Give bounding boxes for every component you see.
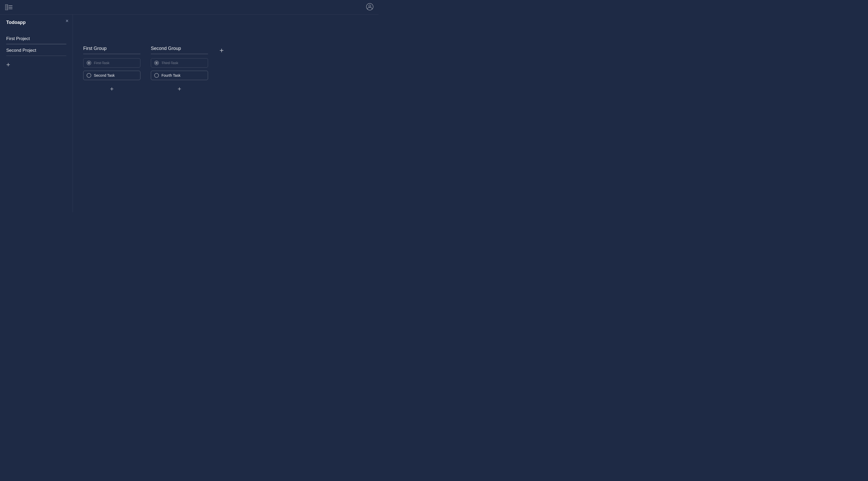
first-group-add-task-section: + xyxy=(83,85,141,93)
task-second-task-label: Second Task xyxy=(94,73,115,77)
header-left xyxy=(5,4,12,10)
svg-rect-3 xyxy=(8,8,12,9)
sidebar-add-project-section: + xyxy=(0,61,72,68)
task-first-task-checkbox[interactable] xyxy=(87,61,91,65)
sidebar-item-first-project[interactable]: First Project xyxy=(6,34,66,44)
group-second-group: Second Group Third Task Fourth Task + xyxy=(151,46,208,93)
task-fourth-task[interactable]: Fourth Task xyxy=(151,71,208,80)
header xyxy=(0,0,379,14)
add-task-first-group-button[interactable]: + xyxy=(109,85,115,93)
app-body: Todoapp × First Project Second Project +… xyxy=(0,14,379,212)
svg-point-5 xyxy=(369,5,371,7)
svg-rect-2 xyxy=(8,7,12,7)
task-third-task-label: Third Task xyxy=(161,61,178,65)
add-task-second-group-button[interactable]: + xyxy=(177,85,182,93)
task-second-task[interactable]: Second Task xyxy=(83,71,141,80)
task-second-task-checkbox[interactable] xyxy=(87,73,91,78)
sidebar-item-second-project[interactable]: Second Project xyxy=(6,45,66,56)
sidebar-title: Todoapp xyxy=(0,20,72,25)
sidebar-projects-list: First Project Second Project xyxy=(0,34,72,56)
task-fourth-task-checkbox[interactable] xyxy=(154,73,159,78)
task-fourth-task-label: Fourth Task xyxy=(161,73,181,77)
user-profile-button[interactable] xyxy=(366,3,373,11)
second-group-header: Second Group xyxy=(151,46,208,54)
add-group-section: + xyxy=(218,46,225,55)
sidebar-toggle-button[interactable] xyxy=(5,4,12,10)
sidebar-close-button[interactable]: × xyxy=(65,18,69,23)
main-content: First Group First Task Second Task + Sec… xyxy=(73,14,379,212)
svg-rect-0 xyxy=(5,4,8,10)
svg-rect-1 xyxy=(8,5,12,6)
task-first-task-label: First Task xyxy=(94,61,110,65)
add-project-button[interactable]: + xyxy=(6,61,10,68)
add-group-button[interactable]: + xyxy=(218,46,225,55)
task-first-task[interactable]: First Task xyxy=(83,58,141,68)
sidebar: Todoapp × First Project Second Project + xyxy=(0,14,73,212)
second-group-add-task-section: + xyxy=(151,85,208,93)
task-third-task-checkbox[interactable] xyxy=(154,61,159,65)
task-third-task[interactable]: Third Task xyxy=(151,58,208,68)
groups-container: First Group First Task Second Task + Sec… xyxy=(83,46,225,93)
group-first-group: First Group First Task Second Task + xyxy=(83,46,141,93)
first-group-header: First Group xyxy=(83,46,141,54)
